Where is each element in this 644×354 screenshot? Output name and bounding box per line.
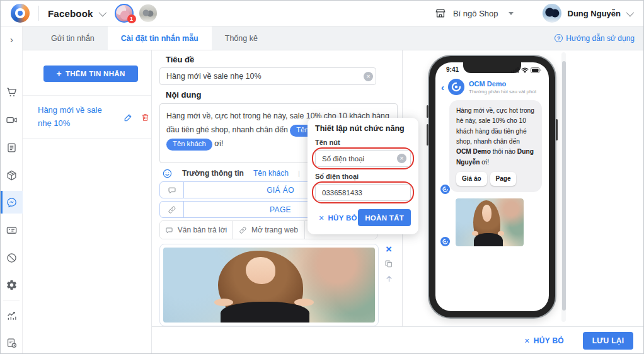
- tab-template-settings[interactable]: Cài đặt tin nhắn mẫu: [108, 26, 212, 50]
- template-list-item[interactable]: Hàng mới về sale nhẹ 10%: [23, 96, 151, 139]
- pencil-icon: [124, 113, 133, 122]
- sidebar-item-statistics[interactable]: [1, 304, 23, 327]
- tab-statistics[interactable]: Thống kê: [212, 26, 271, 50]
- sidebar-item-messenger[interactable]: [1, 191, 23, 214]
- scrollbar-thumb[interactable]: [562, 61, 566, 311]
- page-avatar: [448, 79, 464, 95]
- close-icon: [524, 336, 529, 346]
- fanpage-avatar-2[interactable]: [139, 4, 157, 22]
- phone-number-input[interactable]: [315, 184, 411, 201]
- phone-power-button: [556, 119, 558, 140]
- phone-volume-button: [427, 124, 428, 146]
- sidebar-item-cart[interactable]: [1, 81, 23, 103]
- reply-button[interactable]: Giá áo: [456, 172, 487, 186]
- caret-down-icon[interactable]: [509, 12, 514, 15]
- user-avatar: [543, 4, 561, 23]
- battery-icon: [531, 67, 541, 73]
- top-header: Facebook 1 Bí ngô Shop Dung Nguyễn: [1, 1, 643, 26]
- video-camera-icon: [6, 114, 18, 126]
- chat-header: OCM Demo Thường phản hồi sau vài phút: [441, 79, 536, 95]
- move-up-icon[interactable]: [384, 274, 394, 283]
- wifi-icon: [521, 67, 529, 73]
- sidebar-item-products[interactable]: [1, 164, 23, 186]
- remove-image-icon[interactable]: [386, 245, 392, 254]
- expand-sidebar-button[interactable]: [1, 32, 23, 46]
- icon-sidebar: [1, 26, 23, 353]
- message-bubble: Hàng mới về, cực hot trong hè này, sale …: [449, 100, 542, 192]
- phone-mute-switch: [427, 105, 428, 118]
- sidebar-item-blocklist[interactable]: [1, 246, 23, 269]
- chart-icon: [6, 310, 18, 322]
- customer-name-chip[interactable]: Tên khách: [166, 139, 212, 151]
- emoji-button[interactable]: [162, 168, 173, 179]
- attached-photo: [163, 248, 375, 323]
- scrollbar-track[interactable]: [561, 52, 566, 322]
- template-title: Hàng mới về sale nhẹ 10%: [38, 104, 108, 130]
- ban-icon: [6, 252, 18, 264]
- template-list-panel: THÊM TIN NHẮN Hàng mới về sale nhẹ 10%: [23, 50, 152, 353]
- user-name: Dung Nguyễn: [568, 9, 621, 18]
- image-attachment-block: [159, 244, 379, 326]
- sidebar-item-orders[interactable]: [1, 136, 23, 159]
- link-icon: [160, 202, 184, 217]
- chat-bubble-icon: [165, 226, 173, 234]
- cancel-button[interactable]: HỦY BỎ: [524, 336, 564, 346]
- response-status: Thường phản hồi sau vài phút: [469, 89, 536, 94]
- sidebar-item-settings[interactable]: [1, 273, 23, 296]
- trash-icon: [141, 113, 150, 122]
- tab-bar: Gửi tin nhắn Cài đặt tin nhắn mẫu Thống …: [23, 26, 643, 50]
- sidebar-item-reports[interactable]: [1, 331, 23, 354]
- page-name: OCM Demo: [469, 80, 536, 88]
- popup-cancel-button[interactable]: HỦY BỎ: [319, 213, 357, 223]
- image-action-column: [381, 245, 396, 283]
- help-link[interactable]: Hướng dẫn sử dụng: [555, 26, 643, 50]
- popup-title: Thiết lập nút chức năng: [315, 124, 411, 133]
- duplicate-icon[interactable]: [384, 260, 393, 268]
- add-message-button[interactable]: THÊM TIN NHẮN: [43, 66, 138, 82]
- link-icon: [239, 226, 247, 234]
- clear-input-icon[interactable]: [397, 154, 406, 163]
- reply-button[interactable]: Page: [490, 172, 517, 186]
- sidebar-item-video[interactable]: [1, 108, 23, 131]
- close-icon: [319, 213, 324, 223]
- title-input[interactable]: [159, 67, 376, 85]
- fanpage-avatar[interactable]: 1: [115, 4, 134, 23]
- app-window: Facebook 1 Bí ngô Shop Dung Nguyễn Gửi t…: [0, 0, 644, 354]
- phone-screen: 9:41 OCM Demo Thường phản hồi sau vài ph…: [435, 62, 549, 311]
- clear-title-icon[interactable]: [364, 72, 373, 81]
- open-website-button[interactable]: Mở trang web: [233, 221, 305, 239]
- package-icon: [6, 169, 18, 181]
- page-avatar-small: [440, 237, 450, 246]
- reply-buttons: Giá áo Page: [456, 172, 536, 186]
- message-image: [456, 198, 524, 246]
- phone-number-label: Số điện thoại: [315, 173, 411, 180]
- platform-selector[interactable]: Facebook: [48, 8, 93, 19]
- page-avatar-small: [440, 185, 450, 194]
- sidebar-item-pos[interactable]: [1, 219, 23, 241]
- cart-icon: [6, 86, 18, 98]
- phone-preview-panel: 9:41 OCM Demo Thường phản hồi sau vài ph…: [403, 50, 644, 326]
- notification-badge: 1: [127, 14, 136, 23]
- shop-selector[interactable]: Bí ngô Shop: [453, 9, 498, 18]
- edit-template-button[interactable]: [124, 113, 133, 122]
- content-label: Nội dung: [166, 90, 201, 100]
- insert-customer-name-link[interactable]: Tên khách: [253, 169, 289, 178]
- phone-mockup: 9:41 OCM Demo Thường phản hồi sau vài ph…: [429, 56, 555, 317]
- signal-icon: [511, 67, 519, 73]
- ocm-logo-icon[interactable]: [11, 4, 30, 23]
- store-icon: [434, 7, 447, 20]
- button-name-label: Tên nút: [315, 139, 411, 146]
- report-clock-icon: [6, 337, 18, 349]
- header-divider: [38, 6, 39, 21]
- button-setup-popup: Thiết lập nút chức năng Tên nút Số điện …: [308, 118, 418, 234]
- chevron-down-icon[interactable]: [98, 8, 106, 16]
- text-reply-button[interactable]: Văn bản trả lời: [160, 221, 233, 239]
- tab-send-message[interactable]: Gửi tin nhắn: [38, 26, 108, 50]
- status-bar: 9:41: [435, 66, 549, 74]
- user-menu[interactable]: Dung Nguyễn: [543, 4, 633, 23]
- delete-template-button[interactable]: [141, 113, 150, 122]
- popup-confirm-button[interactable]: HOÀN TẤT: [358, 209, 411, 226]
- save-button[interactable]: LƯU LẠI: [583, 332, 633, 350]
- back-icon[interactable]: [441, 83, 444, 92]
- header-right: Bí ngô Shop Dung Nguyễn: [434, 4, 632, 23]
